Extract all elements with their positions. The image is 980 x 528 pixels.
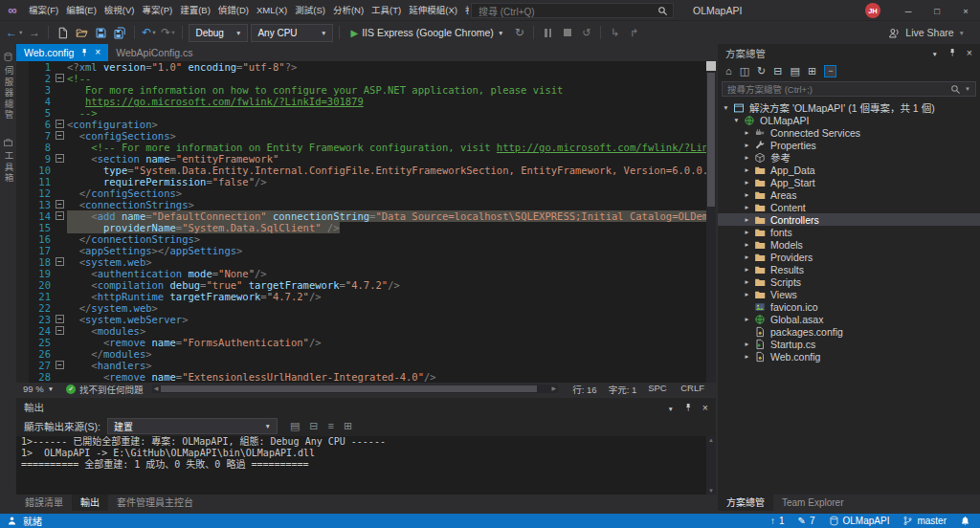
code-line[interactable]: 13 − <connectionStrings>	[16, 199, 706, 210]
solution-search[interactable]: 搜尋方案總管 (Ctrl+;) ▼	[722, 81, 976, 97]
code-line[interactable]: 20 <compilation debug="true" targetFrame…	[16, 279, 706, 291]
chevron-collapsed-icon[interactable]: ▸	[742, 128, 752, 137]
preview-selected-items-icon[interactable]: −	[824, 65, 836, 77]
breakpoint-margin[interactable]	[16, 291, 29, 302]
insert-mode[interactable]: SPC	[642, 383, 675, 396]
undo-icon[interactable]: ↶▼	[141, 24, 157, 41]
chevron-collapsed-icon[interactable]: ▸	[742, 315, 752, 323]
feedback-icon[interactable]	[7, 516, 17, 526]
tree-item[interactable]: ▸ App_Start	[718, 176, 980, 188]
menu-item[interactable]: 視窗(W)	[461, 0, 469, 21]
pending-changes-filter-icon[interactable]: ◫	[740, 66, 749, 77]
breakpoint-margin[interactable]	[16, 153, 29, 165]
panel-tab[interactable]: 方案總管	[718, 495, 773, 511]
code-line[interactable]: 7 − <configSections>	[16, 130, 706, 142]
code-line[interactable]: 24 − <modules>	[16, 325, 706, 337]
breakpoint-margin[interactable]	[16, 107, 29, 119]
line-ending[interactable]: CRLF	[675, 383, 710, 396]
tree-item[interactable]: ▸ Scripts	[718, 275, 980, 288]
menu-item[interactable]: 檢視(V)	[100, 0, 139, 21]
search-icon[interactable]	[950, 84, 961, 95]
chevron-collapsed-icon[interactable]: ▸	[742, 153, 752, 162]
menu-item[interactable]: 偵錯(D)	[214, 0, 253, 21]
code-line[interactable]: 28 <remove name="ExtensionlessUrlHandler…	[16, 371, 706, 383]
chevron-collapsed-icon[interactable]: ▸	[742, 253, 752, 261]
fold-margin[interactable]: −	[55, 153, 67, 165]
stop-debugging-icon[interactable]	[559, 24, 575, 41]
tree-item[interactable]: ▸ Content	[718, 201, 980, 213]
pending-changes[interactable]: ✎7	[798, 516, 815, 526]
menu-item[interactable]: XML(X)	[253, 0, 291, 21]
breakpoint-margin[interactable]	[16, 348, 29, 360]
new-file-icon[interactable]	[55, 24, 71, 41]
quick-launch-search[interactable]: 搜尋 (Ctrl+Q)	[471, 3, 674, 18]
caret-column[interactable]: 字元: 1	[603, 383, 643, 396]
find-messages-icon[interactable]: ▤	[290, 421, 300, 431]
fold-margin[interactable]: −	[55, 130, 67, 142]
code-line[interactable]: 12 </configSections>	[16, 187, 706, 199]
restart-icon[interactable]: ↺	[578, 24, 594, 41]
breakpoint-margin[interactable]	[16, 187, 29, 199]
close-icon[interactable]: ×	[951, 0, 980, 21]
code-line[interactable]: 4 https://go.microsoft.com/fwlink/?LinkI…	[16, 96, 706, 107]
panel-tab[interactable]: 套件管理員主控台	[108, 495, 202, 511]
tree-item[interactable]: ▸ Properties	[718, 139, 980, 151]
breakpoint-margin[interactable]	[16, 371, 29, 383]
refresh-icon[interactable]: ↻	[511, 24, 527, 41]
chevron-collapsed-icon[interactable]: ▸	[742, 203, 752, 211]
tool-window-tab[interactable]: 伺服器總管	[2, 52, 15, 121]
code-line[interactable]: 3 For more information on how to configu…	[16, 84, 706, 96]
chevron-collapsed-icon[interactable]: ▸	[742, 290, 752, 298]
chevron-collapsed-icon[interactable]: ▸	[742, 240, 752, 249]
code-line[interactable]: 5 -->	[16, 107, 706, 119]
break-all-icon[interactable]	[540, 24, 556, 41]
split-editor-handle[interactable]	[706, 61, 716, 71]
breakpoint-margin[interactable]	[16, 256, 29, 268]
zoom-control[interactable]: 99 %▼	[16, 384, 60, 394]
show-all-files-icon[interactable]: ▤	[791, 66, 800, 77]
window-position-icon[interactable]: ▼	[931, 47, 937, 58]
close-icon[interactable]: ×	[702, 402, 708, 413]
tree-item[interactable]: ▸ Connected Services	[718, 126, 980, 139]
scroll-right-icon[interactable]: ▶	[549, 385, 558, 393]
live-share-button[interactable]: Live Share▼	[888, 27, 965, 39]
fold-margin[interactable]: −	[55, 256, 67, 268]
code-line[interactable]: 26 </modules>	[16, 348, 706, 360]
tree-item[interactable]: ▸ 參考	[718, 151, 980, 164]
fold-margin[interactable]: −	[55, 360, 67, 371]
scroll-left-icon[interactable]: ◀	[152, 385, 161, 393]
chevron-expanded-icon[interactable]: ▾	[731, 116, 742, 124]
output-source-dropdown[interactable]: 建置▼	[107, 418, 278, 434]
tree-item[interactable]: ▸ Models	[718, 238, 980, 251]
save-all-icon[interactable]	[112, 24, 128, 41]
tree-item[interactable]: ▾ OLMapAPI	[718, 114, 980, 126]
sync-with-active-document-icon[interactable]: ↻	[757, 66, 766, 77]
editor-tab[interactable]: Web.config×	[16, 44, 108, 61]
panel-tab[interactable]: Team Explorer	[773, 495, 852, 511]
code-line[interactable]: 14 − <add name="DefaultConnection" conne…	[16, 210, 706, 222]
fold-margin[interactable]: −	[55, 119, 67, 130]
output-text-area[interactable]: 1>------ 已開始全部重建: 專案: OLMapAPI, 組態: Debu…	[16, 436, 716, 495]
open-folder-icon[interactable]	[74, 24, 90, 41]
breakpoint-margin[interactable]	[16, 279, 29, 291]
breakpoint-margin[interactable]	[16, 245, 29, 256]
fold-margin[interactable]: −	[55, 314, 67, 325]
editor-vertical-scrollbar[interactable]	[706, 61, 716, 383]
tree-item[interactable]: ▸ Areas	[718, 188, 980, 201]
breakpoint-margin[interactable]	[16, 268, 29, 279]
breakpoint-margin[interactable]	[16, 325, 29, 337]
menu-item[interactable]: 測試(S)	[291, 0, 329, 21]
save-icon[interactable]	[93, 24, 109, 41]
code-line[interactable]: 1 <?xml version="1.0" encoding="utf-8"?>	[16, 61, 706, 73]
code-editor[interactable]: 1 <?xml version="1.0" encoding="utf-8"?>…	[16, 61, 716, 383]
tree-item[interactable]: ▸ Global.asax	[718, 313, 980, 325]
menu-item[interactable]: 編輯(E)	[62, 0, 100, 21]
home-icon[interactable]: ⌂	[725, 66, 732, 77]
chevron-collapsed-icon[interactable]: ▸	[742, 228, 752, 236]
pin-icon[interactable]	[79, 48, 89, 57]
current-branch[interactable]: master	[902, 516, 947, 526]
breakpoint-margin[interactable]	[16, 84, 29, 96]
code-line[interactable]: 2 − <!--	[16, 73, 706, 84]
tree-item[interactable]: packages.config	[718, 325, 980, 338]
scrollbar-thumb[interactable]	[161, 385, 538, 392]
